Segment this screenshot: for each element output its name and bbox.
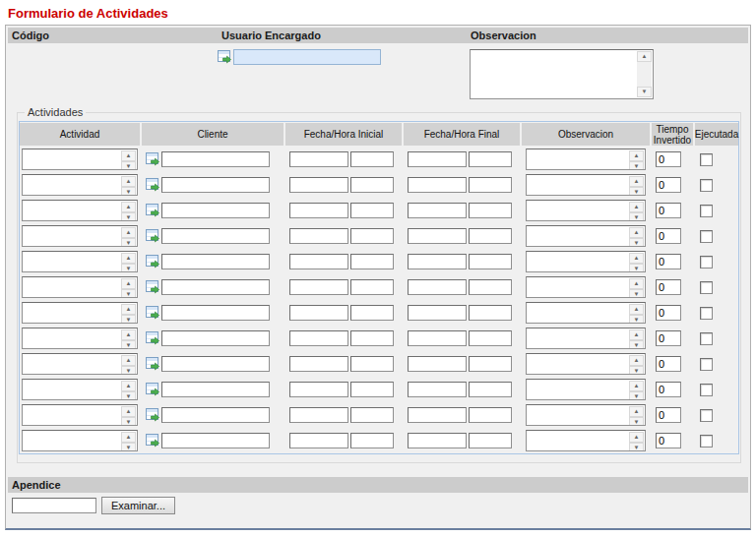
scroll-down-icon[interactable]: ▼ [629,417,644,426]
scrollbar[interactable]: ▲ ▼ [121,381,136,398]
hora-final-input[interactable] [469,407,512,423]
scroll-down-icon[interactable]: ▼ [121,315,136,324]
scroll-up-icon[interactable]: ▲ [121,304,136,315]
observacion-textarea[interactable]: ▲ ▼ [526,404,646,426]
observacion-textarea[interactable]: ▲ ▼ [526,353,646,375]
fecha-inicial-input[interactable] [289,151,348,167]
scroll-down-icon[interactable]: ▼ [121,238,136,247]
scrollbar[interactable]: ▲ ▼ [121,227,136,245]
scrollbar[interactable]: ▲ ▼ [121,355,136,373]
scroll-down-icon[interactable]: ▼ [121,289,136,298]
lookup-icon[interactable] [146,280,159,294]
lookup-icon[interactable] [146,434,159,448]
lookup-icon[interactable] [146,383,159,396]
scroll-up-icon[interactable]: ▲ [121,202,136,212]
cliente-input[interactable] [161,203,270,218]
scroll-up-icon[interactable]: ▲ [121,227,136,238]
tiempo-invertido-input[interactable] [656,203,681,218]
hora-inicial-input[interactable] [350,279,394,295]
scrollbar[interactable]: ▲ ▼ [121,150,136,168]
scrollbar[interactable]: ▲ ▼ [121,304,136,322]
cliente-input[interactable] [161,330,270,346]
fecha-inicial-input[interactable] [289,433,348,448]
tiempo-invertido-input[interactable] [656,407,681,423]
scrollbar[interactable]: ▲ ▼ [629,381,644,398]
usuario-encargado-input[interactable] [233,49,381,65]
tiempo-invertido-input[interactable] [656,254,681,269]
scroll-up-icon[interactable]: ▲ [121,355,136,366]
cliente-input[interactable] [161,407,270,423]
tiempo-invertido-input[interactable] [656,177,681,193]
ejecutada-checkbox[interactable] [700,307,713,320]
hora-inicial-input[interactable] [350,382,394,397]
fecha-final-input[interactable] [408,279,467,295]
scroll-down-icon[interactable]: ▼ [121,443,136,451]
hora-final-input[interactable] [469,228,512,244]
fecha-inicial-input[interactable] [289,382,348,397]
observacion-textarea[interactable]: ▲ ▼ [526,251,646,272]
scroll-up-icon[interactable]: ▲ [629,227,644,238]
scroll-down-icon[interactable]: ▼ [121,187,136,196]
tiempo-invertido-input[interactable] [656,330,681,346]
actividad-textarea[interactable]: ▲ ▼ [22,353,138,375]
ejecutada-checkbox[interactable] [700,230,713,243]
actividad-textarea[interactable]: ▲ ▼ [22,251,138,272]
scroll-up-icon[interactable]: ▲ [121,176,136,187]
ejecutada-checkbox[interactable] [700,409,713,422]
scroll-up-icon[interactable]: ▲ [637,51,652,62]
ejecutada-checkbox[interactable] [700,358,713,371]
scrollbar[interactable]: ▲ ▼ [629,253,644,270]
scroll-up-icon[interactable]: ▲ [121,150,136,161]
scroll-up-icon[interactable]: ▲ [121,406,136,417]
scroll-up-icon[interactable]: ▲ [121,432,136,443]
scrollbar[interactable]: ▲ ▼ [637,51,652,97]
actividad-textarea[interactable]: ▲ ▼ [22,379,138,400]
cliente-input[interactable] [161,151,270,167]
ejecutada-checkbox[interactable] [700,281,713,294]
scroll-down-icon[interactable]: ▼ [121,366,136,375]
scroll-down-icon[interactable]: ▼ [629,238,644,247]
scroll-up-icon[interactable]: ▲ [629,304,644,315]
fecha-inicial-input[interactable] [289,228,348,244]
scrollbar[interactable]: ▲ ▼ [629,202,644,219]
cliente-input[interactable] [161,177,270,193]
cliente-input[interactable] [161,254,270,269]
hora-final-input[interactable] [469,382,512,397]
scroll-down-icon[interactable]: ▼ [121,161,136,170]
ejecutada-checkbox[interactable] [700,256,713,268]
browse-button[interactable]: Examinar... [101,497,175,514]
tiempo-invertido-input[interactable] [656,279,681,295]
scrollbar[interactable]: ▲ ▼ [629,227,644,245]
tiempo-invertido-input[interactable] [656,356,681,372]
fecha-inicial-input[interactable] [289,203,348,218]
hora-final-input[interactable] [469,177,512,193]
fecha-final-input[interactable] [408,433,467,448]
scroll-down-icon[interactable]: ▼ [629,315,644,324]
scroll-up-icon[interactable]: ▲ [629,355,644,366]
observacion-textarea[interactable]: ▲ ▼ [526,430,646,451]
observacion-textarea[interactable]: ▲ ▼ [526,276,646,298]
hora-final-input[interactable] [469,279,512,295]
fecha-final-input[interactable] [408,228,467,244]
scrollbar[interactable]: ▲ ▼ [121,329,136,347]
lookup-icon[interactable] [146,306,159,320]
actividad-textarea[interactable]: ▲ ▼ [22,404,138,426]
observacion-textarea[interactable]: ▲ ▼ [526,149,646,170]
ejecutada-checkbox[interactable] [700,384,713,396]
scroll-down-icon[interactable]: ▼ [637,87,652,97]
actividad-textarea[interactable]: ▲ ▼ [22,276,138,298]
hora-final-input[interactable] [469,433,512,448]
fecha-inicial-input[interactable] [289,305,348,321]
scrollbar[interactable]: ▲ ▼ [121,432,136,449]
observacion-textarea[interactable]: ▲ ▼ [526,200,646,221]
lookup-icon[interactable] [146,357,159,371]
scrollbar[interactable]: ▲ ▼ [121,406,136,424]
hora-final-input[interactable] [469,203,512,218]
scroll-down-icon[interactable]: ▼ [629,391,644,400]
actividad-textarea[interactable]: ▲ ▼ [22,174,138,196]
observacion-textarea[interactable]: ▲ ▼ [526,225,646,247]
scroll-up-icon[interactable]: ▲ [121,329,136,340]
cliente-input[interactable] [161,356,270,372]
hora-final-input[interactable] [469,330,512,346]
lookup-icon[interactable] [146,255,159,268]
